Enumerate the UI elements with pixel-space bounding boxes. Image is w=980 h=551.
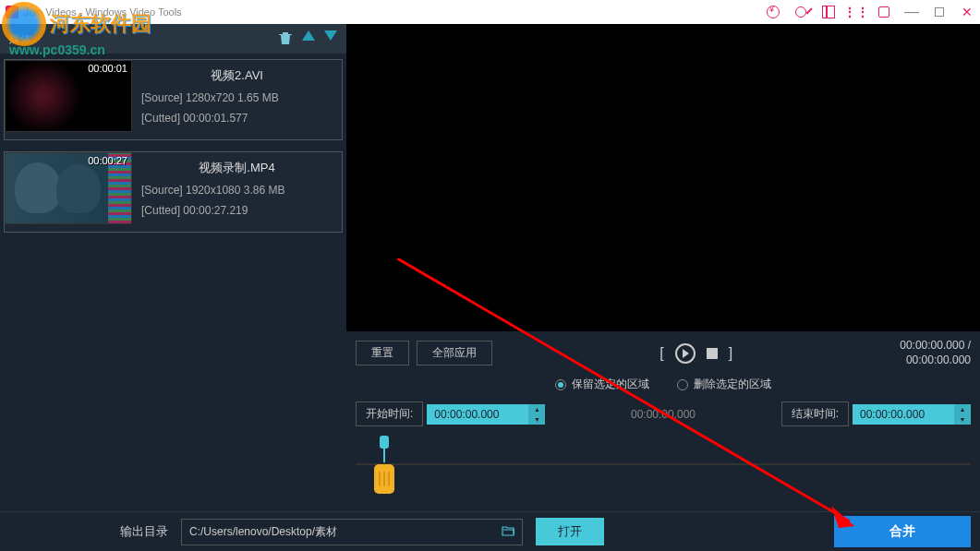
preview-area: 重置 全部应用 [ ] 00:00:00.000 / 00:00:00.000 (346, 24, 980, 511)
key-icon[interactable] (793, 5, 808, 19)
apply-all-button[interactable]: 全部应用 (417, 341, 492, 365)
maximize-button[interactable] (932, 5, 947, 19)
timeline[interactable] (356, 436, 971, 500)
spin-down-icon[interactable]: ▼ (528, 414, 545, 425)
media-thumbnail: 00:00:27 (5, 152, 132, 224)
app-icon (6, 6, 18, 18)
move-down-icon[interactable] (324, 30, 337, 41)
media-info: 视频录制.MP4 [Source] 1920x1080 3.86 MB [Cut… (132, 152, 342, 232)
minimize-button[interactable]: — (904, 5, 919, 19)
radio-remove-region[interactable]: 删除选定的区域 (677, 377, 771, 392)
start-time-label: 开始时间: (356, 401, 423, 426)
media-cutted: [Cutted] 00:00:01.577 (141, 112, 333, 125)
mark-in-icon[interactable]: [ (659, 345, 663, 362)
thumbnail-duration: 00:00:27 (88, 155, 127, 166)
media-filename: 视频2.AVI (141, 67, 333, 84)
move-up-icon[interactable] (302, 30, 315, 41)
thumbnail-duration: 00:00:01 (88, 63, 127, 74)
output-path-text: C:/Users/lenovo/Desktop/素材 (189, 524, 337, 540)
radio-keep-region[interactable]: 保留选定的区域 (555, 377, 649, 392)
media-sidebar: 媒体 00:00:01 视频2.AVI [Source] 1280x720 1.… (0, 24, 346, 511)
close-button[interactable]: ✕ (960, 5, 974, 19)
time-total: 00:00:00.000 (900, 353, 971, 368)
output-path-input[interactable]: C:/Users/lenovo/Desktop/素材 (181, 519, 523, 545)
spin-up-icon[interactable]: ▲ (954, 404, 971, 414)
mode-icon[interactable] (877, 5, 891, 19)
main-area: 媒体 00:00:01 视频2.AVI [Source] 1280x720 1.… (0, 24, 980, 511)
settings-icon[interactable]: ⋮⋮ (849, 5, 864, 19)
media-cutted: [Cutted] 00:00:27.219 (141, 204, 333, 217)
radio-icon (555, 379, 566, 390)
control-row-2: 保留选定的区域 删除选定的区域 (356, 377, 971, 392)
spin-up-icon[interactable]: ▲ (528, 404, 545, 414)
delete-icon[interactable] (278, 30, 293, 48)
media-item[interactable]: 00:00:27 视频录制.MP4 [Source] 1920x1080 3.8… (4, 151, 343, 233)
stop-button[interactable] (707, 348, 718, 359)
time-display: 00:00:00.000 / 00:00:00.000 (900, 339, 971, 367)
media-source: [Source] 1280x720 1.65 MB (141, 91, 333, 104)
media-info: 视频2.AVI [Source] 1280x720 1.65 MB [Cutte… (132, 60, 342, 139)
control-row-1: 重置 全部应用 [ ] 00:00:00.000 / 00:00:00.000 (356, 339, 971, 367)
output-dir-label: 输出目录 (120, 523, 168, 540)
sidebar-title: 媒体 (9, 31, 31, 47)
radio-label: 保留选定的区域 (572, 377, 649, 392)
play-button[interactable] (675, 343, 696, 364)
merge-button[interactable]: 合并 (834, 516, 971, 547)
video-preview[interactable] (346, 24, 980, 331)
sidebar-header: 媒体 (0, 24, 346, 54)
radio-label: 删除选定的区域 (694, 377, 771, 392)
titlebar-left: Join Videos - Windows Video Tools (6, 6, 182, 18)
open-button[interactable]: 打开 (536, 518, 604, 545)
timeline-track (356, 463, 971, 465)
mark-out-icon[interactable]: ] (729, 345, 732, 362)
radio-icon (677, 379, 688, 390)
folder-icon[interactable] (502, 525, 514, 539)
center-time: 00:00:00.000 (549, 408, 777, 421)
footer: 输出目录 C:/Users/lenovo/Desktop/素材 打开 合并 (0, 511, 980, 551)
titlebar: Join Videos - Windows Video Tools ⋮⋮ — ✕ (0, 0, 980, 24)
layout-icon[interactable] (821, 5, 836, 19)
media-thumbnail: 00:00:01 (5, 60, 132, 132)
control-row-3: 开始时间: 00:00:00.000 ▲▼ 00:00:00.000 结束时间:… (356, 401, 971, 426)
spin-down-icon[interactable]: ▼ (954, 414, 971, 425)
sidebar-tools (278, 30, 337, 48)
end-time-input[interactable]: 00:00:00.000 ▲▼ (853, 404, 971, 425)
window-title: Join Videos - Windows Video Tools (24, 6, 182, 18)
playback-controls: [ ] (659, 343, 732, 364)
time-current: 00:00:00.000 / (900, 339, 971, 353)
reset-button[interactable]: 重置 (356, 341, 409, 365)
media-source: [Source] 1920x1080 3.86 MB (141, 184, 333, 197)
media-filename: 视频录制.MP4 (141, 160, 333, 176)
end-time-label: 结束时间: (781, 401, 849, 426)
media-item[interactable]: 00:00:01 视频2.AVI [Source] 1280x720 1.65 … (4, 59, 343, 140)
titlebar-right: ⋮⋮ — ✕ (766, 5, 974, 19)
timeline-handle[interactable] (374, 436, 394, 494)
start-time-input[interactable]: 00:00:00.000 ▲▼ (427, 404, 545, 425)
purchase-icon[interactable] (766, 5, 780, 19)
controls-panel: 重置 全部应用 [ ] 00:00:00.000 / 00:00:00.000 (346, 331, 980, 511)
